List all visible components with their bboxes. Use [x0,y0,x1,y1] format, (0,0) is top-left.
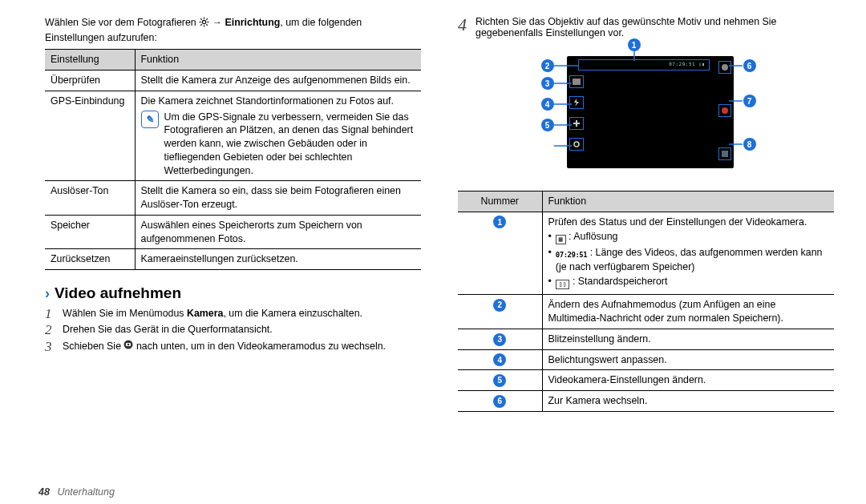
resolution-icon: ▦ [556,235,566,244]
callout-5: 5 [541,119,554,131]
th-function: Funktion [135,50,421,71]
svg-line-5 [200,18,202,20]
svg-rect-18 [722,151,728,157]
callout-2: 2 [541,59,554,72]
table-row: ZurücksetzenKameraeinstellungen zurückse… [45,249,421,270]
intro-text: Wählen Sie vor dem Fotografieren → Einri… [45,16,421,44]
callout-7: 7 [743,95,756,107]
flash-icon [569,96,584,109]
mode-icon [569,75,584,88]
step-number: 3 [45,340,56,353]
table-row: 5Videokamera-Einstellungen ändern. [458,370,834,391]
gear-icon [199,17,209,31]
callout-1: 1 [628,38,641,51]
note-icon: ✎ [141,111,159,128]
step-number: 1 [45,307,56,321]
switch-camera-icon [718,61,731,74]
svg-line-8 [206,18,208,20]
table-row: Auslöser-TonStellt die Kamera so ein, da… [45,181,421,215]
number-badge: 6 [493,395,506,408]
number-badge: 5 [493,374,506,387]
th-function: Funktion [542,192,834,212]
number-badge: 1 [493,216,506,228]
svg-line-7 [200,24,202,26]
svg-point-16 [722,64,728,71]
table-row: 1 Prüfen des Status und der Einstellunge… [458,212,834,295]
number-badge: 2 [493,299,506,312]
callout-3: 3 [541,77,554,90]
table-row: SpeicherAuswählen eines Speicherorts zum… [45,215,421,248]
svg-rect-12 [573,79,581,85]
settings-table: EinstellungFunktion ÜberprüfenStellt die… [45,49,421,270]
table-row: 4Belichtungswert anpassen. [458,349,834,370]
note-block: ✎ Um die GPS-Signale zu verbessern, verm… [141,111,416,178]
exposure-icon [569,117,584,130]
number-badge: 3 [493,333,506,346]
svg-point-0 [202,20,205,23]
step-number: 4 [458,16,469,38]
svg-line-6 [206,24,208,26]
time-icon: 07:29:51 [556,250,587,260]
steps-list: 1 Wählen Sie im Menümodus Kamera, um die… [45,307,421,353]
table-row: 6Zur Kamera wechseln. [458,391,834,412]
svg-point-11 [127,343,130,345]
callout-4: 4 [541,98,554,111]
table-row: GPS-Einbindung Die Kamera zeichnet Stand… [45,91,421,180]
svg-point-17 [722,107,728,114]
camera-switch-icon [123,341,133,352]
section-heading: › Video aufnehmen [45,284,421,302]
chevron-right-icon: › [45,285,50,302]
camera-viewfinder-diagram: 07:29:51 ▯▮ [530,43,763,179]
callout-8: 8 [743,138,756,151]
list-item: 3 Schieben Sie nach unten, um in den Vid… [45,340,421,353]
record-icon [718,104,731,117]
callout-table: NummerFunktion 1 Prüfen des Status und d… [458,191,834,412]
table-row: 2Ändern des Aufnahmemodus (zum Anfügen a… [458,295,834,329]
list-item: 2Drehen Sie das Gerät in die Querformata… [45,323,421,337]
number-badge: 4 [493,353,506,366]
list-item: 1 Wählen Sie im Menümodus Kamera, um die… [45,307,421,321]
step-number: 2 [45,323,56,337]
table-row: ÜberprüfenStellt die Kamera zur Anzeige … [45,71,421,91]
callout-6: 6 [743,59,756,72]
svg-rect-14 [576,120,577,127]
th-setting: Einstellung [45,50,135,71]
page-number: 48 [38,486,50,498]
page-footer: 48 Unterhaltung [38,486,115,498]
storage-icon: ▯▯ [556,280,570,289]
settings-icon [569,138,584,151]
svg-point-15 [574,142,579,147]
gallery-icon [718,147,731,160]
section-name: Unterhaltung [57,486,115,498]
step-4: 4 Richten Sie das Objektiv auf das gewün… [458,16,834,38]
th-number: Nummer [458,192,542,212]
table-row: 3Blitzeinstellung ändern. [458,329,834,349]
